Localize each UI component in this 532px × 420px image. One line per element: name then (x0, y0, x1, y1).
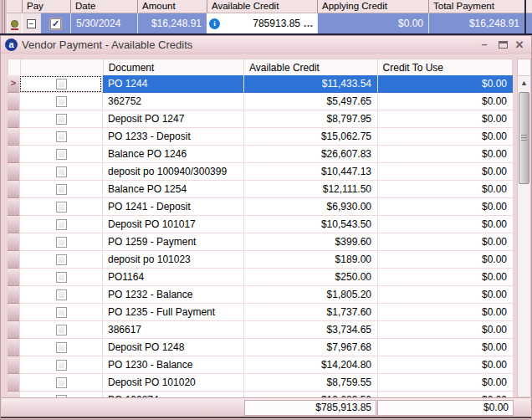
credit-to-use-cell[interactable]: $0.00 (377, 181, 513, 198)
row-checkbox-cell[interactable] (19, 181, 102, 198)
ellipsis-button[interactable]: … (302, 18, 315, 29)
row-checkbox[interactable] (56, 325, 67, 335)
credit-to-use-cell[interactable]: $0.00 (377, 128, 513, 146)
document-cell[interactable]: PO 1235 - Full Payment (102, 304, 243, 321)
table-row[interactable]: 386617 $3,734.65 $0.00 (8, 321, 513, 339)
row-checkbox[interactable] (56, 202, 67, 213)
row-checkbox-cell[interactable] (19, 93, 102, 110)
row-checkbox[interactable] (56, 166, 67, 177)
row-checkbox-cell[interactable] (19, 321, 102, 339)
available-credit-cell[interactable]: $1,805.20 (243, 286, 377, 304)
available-credit-cell[interactable]: $8,797.95 (243, 110, 377, 128)
header-date[interactable]: Date (70, 0, 137, 13)
available-credit-cell[interactable]: $8,759.55 (243, 374, 377, 392)
document-cell[interactable]: PO 1232 - Balance (102, 286, 243, 304)
row-checkbox[interactable] (56, 96, 67, 107)
row-checkbox[interactable] (56, 114, 67, 125)
table-row[interactable]: PO1164 $250.00 $0.00 (8, 269, 513, 286)
applying-credit-cell[interactable]: $0.00 (317, 13, 428, 33)
dialog-title-bar[interactable]: a Vendor Payment - Available Credits – ✕ (1, 36, 531, 54)
pay-checkbox[interactable]: ✓ (50, 18, 61, 29)
table-row[interactable]: Deposit PO 101020 $8,759.55 $0.00 (8, 374, 513, 392)
credit-to-use-cell[interactable]: $0.00 (377, 392, 513, 397)
row-checkbox-cell[interactable] (19, 304, 102, 321)
row-checkbox[interactable] (56, 289, 67, 300)
scroll-up-arrow[interactable]: ▲ (517, 76, 531, 90)
available-credit-cell[interactable]: $3,734.65 (243, 321, 377, 339)
available-credit-cell[interactable]: $15,062.75 (243, 128, 377, 146)
date-cell[interactable]: 5/30/2024 (70, 13, 137, 33)
row-checkbox[interactable] (56, 377, 67, 388)
available-credit-cell[interactable]: $5,497.65 (243, 93, 377, 110)
credit-to-use-cell[interactable]: $0.00 (377, 198, 513, 216)
row-checkbox-cell[interactable] (19, 146, 102, 163)
table-row[interactable]: 362752 $5,497.65 $0.00 (8, 93, 513, 110)
document-cell[interactable]: PO 1259 - Payment (102, 233, 243, 251)
row-checkbox[interactable] (56, 254, 67, 265)
vertical-scrollbar[interactable]: ▲ ▼ (517, 59, 531, 397)
document-cell[interactable]: 362752 (102, 93, 243, 110)
available-credit-cell[interactable]: $10,683.50 (243, 392, 377, 397)
document-cell[interactable]: 386617 (102, 321, 243, 339)
row-checkbox-cell[interactable] (19, 339, 102, 356)
row-checkbox[interactable] (56, 184, 67, 195)
row-checkbox[interactable] (56, 360, 67, 371)
table-row[interactable]: > PO 1244 $11,433.54 $0.00 (8, 75, 513, 93)
collapse-row-button[interactable]: − (27, 19, 36, 28)
row-checkbox[interactable] (56, 272, 67, 283)
row-checkbox[interactable] (56, 342, 67, 353)
info-icon[interactable]: i (209, 18, 220, 29)
table-row[interactable]: PO 1233 - Deposit $15,062.75 $0.00 (8, 128, 513, 146)
amount-cell[interactable]: $16,248.91 (137, 13, 207, 33)
credit-to-use-cell[interactable]: $0.00 (377, 269, 513, 286)
available-credit-cell[interactable]: $14,204.80 (243, 356, 377, 374)
document-cell[interactable]: Deposit PO 1248 (102, 339, 243, 356)
row-checkbox-cell[interactable] (19, 163, 102, 181)
available-credit-cell[interactable]: $1,737.60 (243, 304, 377, 321)
row-checkbox-cell[interactable] (19, 110, 102, 128)
row-checkbox[interactable] (56, 237, 67, 248)
row-checkbox[interactable] (56, 79, 67, 90)
available-credit-cell[interactable]: $11,433.54 (243, 75, 377, 93)
table-row[interactable]: Balance PO 1254 $12,111.50 $0.00 (8, 181, 513, 198)
credit-to-use-cell[interactable]: $0.00 (377, 251, 513, 269)
document-cell[interactable]: Deposit PO 101020 (102, 374, 243, 392)
table-row[interactable]: deposit po 100940/300399 $10,447.13 $0.0… (8, 163, 513, 181)
table-row[interactable]: PO 1241 - Deposit $6,930.00 $0.00 (8, 198, 513, 216)
document-cell[interactable]: deposit po 101023 (102, 251, 243, 269)
header-pay[interactable]: Pay (22, 0, 70, 13)
header-amount[interactable]: Amount (137, 0, 207, 13)
credit-to-use-cell[interactable]: $0.00 (377, 286, 513, 304)
row-checkbox-cell[interactable] (19, 233, 102, 251)
row-checkbox-cell[interactable] (19, 356, 102, 374)
document-cell[interactable]: PO 1230 - Balance (102, 356, 243, 374)
table-row[interactable]: PO 100874 $10,683.50 $0.00 (8, 392, 513, 397)
credit-to-use-cell[interactable]: $0.00 (377, 356, 513, 374)
row-checkbox-cell[interactable] (19, 216, 102, 233)
table-row[interactable]: deposit po 101023 $189.00 $0.00 (8, 251, 513, 269)
header-applying-credit[interactable]: Applying Credit (317, 0, 428, 13)
available-credit-cell[interactable]: $399.60 (243, 233, 377, 251)
header-credit-to-use[interactable]: Credit To Use (377, 59, 512, 75)
credit-to-use-cell[interactable]: $0.00 (377, 233, 513, 251)
row-checkbox-cell[interactable] (19, 374, 102, 392)
minimize-button[interactable]: – (478, 38, 491, 51)
document-cell[interactable]: deposit po 100940/300399 (102, 163, 243, 181)
credit-to-use-cell[interactable]: $0.00 (377, 110, 513, 128)
row-checkbox[interactable] (56, 219, 67, 230)
scrollbar-thumb[interactable] (519, 92, 529, 184)
document-cell[interactable]: PO 1244 (102, 75, 243, 93)
credit-to-use-cell[interactable]: $0.00 (377, 163, 513, 181)
document-cell[interactable]: Balance PO 1254 (102, 181, 243, 198)
table-row[interactable]: Deposit PO 1248 $7,967.68 $0.00 (8, 339, 513, 356)
document-cell[interactable]: Balance PO 1246 (102, 146, 243, 163)
available-credit-cell[interactable]: $12,111.50 (243, 181, 377, 198)
credit-to-use-cell[interactable]: $0.00 (377, 216, 513, 233)
row-checkbox-cell[interactable] (19, 75, 102, 93)
header-total-payment[interactable]: Total Payment (428, 0, 524, 13)
document-cell[interactable]: Deposit PO 1247 (102, 110, 243, 128)
credit-to-use-cell[interactable]: $0.00 (377, 93, 513, 110)
row-checkbox[interactable] (56, 149, 67, 160)
available-credit-cell[interactable]: i 785913.85 … (207, 13, 317, 33)
table-row[interactable]: PO 1232 - Balance $1,805.20 $0.00 (8, 286, 513, 304)
